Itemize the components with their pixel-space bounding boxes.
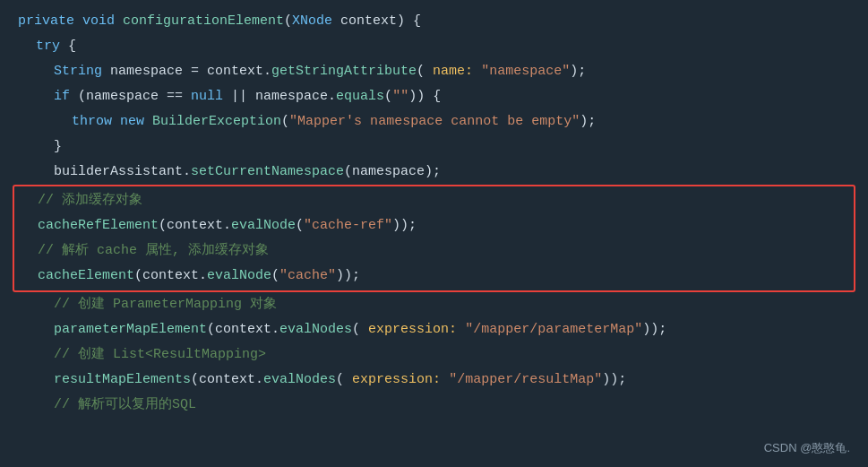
code-container: private void configurationElement(XNode … [0, 0, 868, 467]
code-line-6: } [0, 134, 868, 160]
keyword-try: try [36, 36, 60, 57]
after-line-1: // 创建 ParameterMapping 对象 [0, 292, 868, 317]
after-line-3: // 创建 List<ResultMapping> [0, 342, 868, 368]
hl-line-1: // 添加缓存对象 [20, 188, 848, 213]
code-line-1: private void configurationElement(XNode … [0, 9, 868, 34]
code-line-2: try { [0, 34, 868, 59]
hl-line-2: cacheRefElement(context.evalNode("cache-… [20, 213, 848, 238]
keyword-private: private [18, 11, 82, 32]
highlighted-code-block: // 添加缓存对象 cacheRefElement(context.evalNo… [13, 185, 855, 292]
after-line-2: parameterMapElement(context.evalNodes( e… [0, 317, 868, 342]
code-line-4: if (namespace == null || namespace.equal… [0, 84, 868, 109]
after-line-4: resultMapElements(context.evalNodes( exp… [0, 368, 868, 393]
watermark: CSDN @憨憨龟. [764, 440, 850, 456]
code-line-3: String namespace = context.getStringAttr… [0, 59, 868, 84]
hl-line-4: cacheElement(context.evalNode("cache")); [20, 264, 848, 289]
hl-line-3: // 解析 cache 属性, 添加缓存对象 [20, 238, 848, 264]
method-name: configurationElement [123, 11, 284, 32]
after-line-5: // 解析可以复用的SQL [0, 393, 868, 418]
code-line-5: throw new BuilderException("Mapper's nam… [0, 109, 868, 134]
keyword-void: void [82, 11, 123, 32]
code-line-7: builderAssistant.setCurrentNamespace(nam… [0, 160, 868, 185]
